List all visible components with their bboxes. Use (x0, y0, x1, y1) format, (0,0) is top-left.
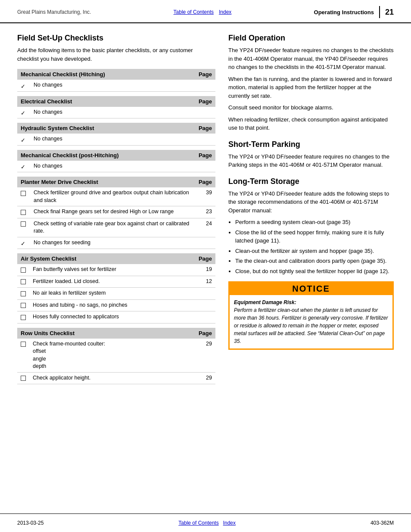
table-row: ✓ No changes for seeding (17, 237, 215, 249)
table-row: ✓ No changes (17, 80, 215, 91)
index-link-footer[interactable]: Index (223, 520, 236, 526)
row-page (194, 299, 215, 311)
short-term-body: The YP24 or YP40 DF/seeder feature requi… (228, 152, 394, 169)
checklist-hy-page-col: Page (194, 123, 215, 134)
checklist-mh-title: Mechanical Checklist (Hitching) (17, 69, 194, 80)
field-op-para-4: When reloading fertilizer, check consump… (228, 115, 394, 132)
table-row: Check frame-mounted coulter:offsetangled… (17, 339, 215, 373)
footer-date: 2013-03-25 (17, 520, 44, 526)
checkmark-icon: ✓ (21, 240, 27, 246)
checkbox-icon (21, 315, 26, 320)
left-column: Field Set-Up Checklists Add the followin… (17, 34, 215, 389)
page-wrapper: Great Plains Manufacturing, Inc. Table o… (0, 0, 411, 532)
checkbox-icon (21, 268, 26, 273)
checklist-as-title: Air System Checklist (17, 253, 194, 264)
checkbox-icon (21, 279, 26, 284)
checklist-mechanical-post: Mechanical Checklist (post-Hitching) Pag… (17, 150, 215, 173)
page-footer: 2013-03-25 Table of Contents Index 403-3… (0, 513, 411, 532)
row-text: No air leaks in fertilizer system (29, 288, 194, 300)
row-text: Hoses fully connected to applicators (29, 311, 194, 324)
checklist-mp-title: Mechanical Checklist (post-Hitching) (17, 150, 194, 161)
table-row: Fertilizer loaded. Lid closed. 12 (17, 276, 215, 288)
checklist-electrical: Electrical Checklist Page ✓ No changes (17, 96, 215, 119)
checklist-planter-meter: Planter Meter Drive Checklist Page Check… (17, 177, 215, 249)
notice-body-text: Perform a fertilizer clean-out when the … (234, 307, 388, 344)
checkbox-icon (21, 191, 26, 196)
field-op-body: The YP24 DF/seeder feature requires no c… (228, 46, 394, 132)
row-text: No changes for seeding (30, 237, 194, 249)
checklist-as-page-col: Page (194, 253, 215, 264)
vertical-divider (379, 6, 380, 18)
table-row: Check applicator height. 29 (17, 372, 215, 384)
row-text: No changes (30, 161, 194, 172)
check-cell (17, 218, 30, 237)
table-row: Check final Range gears set for desired … (17, 206, 215, 218)
row-page: 19 (194, 264, 215, 276)
list-item: Tie the clean-out and calibration doors … (235, 257, 394, 265)
checklist-mechanical-hitching: Mechanical Checklist (Hitching) Page ✓ N… (17, 69, 215, 92)
list-item: Perform a seeding system clean-out (page… (235, 218, 394, 227)
check-cell (17, 299, 29, 311)
notice-damage-label: Equipment Damage Risk: (234, 299, 296, 305)
list-item: Clean-out the fertilizer air system and … (235, 247, 394, 255)
check-cell: ✓ (17, 134, 30, 145)
long-term-title: Long-Term Storage (228, 177, 394, 186)
checkbox-icon (21, 376, 26, 381)
row-text: Check frame-mounted coulter:offsetangled… (29, 339, 194, 373)
notice-body: Equipment Damage Risk: Perform a fertili… (234, 299, 388, 345)
row-page (194, 134, 215, 145)
row-text: No changes (30, 107, 194, 118)
table-row: Check fertilizer ground drive and gearbo… (17, 187, 215, 206)
row-text: No changes (30, 80, 194, 91)
row-page (194, 161, 215, 172)
company-name: Great Plains Manufacturing, Inc. (17, 9, 91, 15)
checkbox-icon (21, 221, 26, 227)
check-cell: ✓ (17, 80, 30, 91)
notice-box: NOTICE Equipment Damage Risk: Perform a … (228, 281, 394, 350)
checkbox-icon (21, 342, 26, 347)
row-page (194, 311, 215, 324)
check-cell (17, 288, 29, 300)
header-nav: Table of Contents Index (174, 9, 232, 15)
checklist-hy-title: Hydraulic System Checklist (17, 123, 194, 134)
field-op-para-1: The YP24 DF/seeder feature requires no c… (228, 46, 394, 72)
checkmark-icon: ✓ (21, 137, 27, 143)
checkmark-icon: ✓ (21, 163, 27, 169)
check-cell: ✓ (17, 107, 30, 118)
checklist-ru-title: Row Units Checklist (17, 328, 194, 339)
index-link-header[interactable]: Index (219, 9, 231, 15)
row-page: 39 (194, 187, 215, 206)
toc-link-header[interactable]: Table of Contents (174, 9, 214, 15)
check-cell (17, 339, 29, 373)
table-row: Hoses fully connected to applicators (17, 311, 215, 324)
short-term-para: The YP24 or YP40 DF/seeder feature requi… (228, 152, 394, 169)
footer-links: Table of Contents Index (178, 520, 236, 526)
row-page (194, 80, 215, 91)
table-row: Check setting of variable rate gear box … (17, 218, 215, 237)
table-row: ✓ No changes (17, 161, 215, 172)
check-cell (17, 276, 29, 288)
page-content: Field Set-Up Checklists Add the followin… (0, 23, 411, 397)
checklist-el-page-col: Page (194, 96, 215, 107)
check-cell (17, 372, 29, 384)
check-cell (17, 311, 29, 324)
right-column: Field Operation The YP24 DF/seeder featu… (228, 34, 394, 389)
row-text: Check setting of variable rate gear box … (30, 218, 194, 237)
field-op-para-3: Consult seed monitor for blockage alarms… (228, 103, 394, 112)
left-section-subtitle: Add the following items to the basic pla… (17, 46, 215, 63)
field-op-para-2: When the fan is running, and the planter… (228, 75, 394, 100)
check-cell: ✓ (17, 237, 30, 249)
checklist-pm-title: Planter Meter Drive Checklist (17, 177, 194, 187)
checklist-air-system: Air System Checklist Page Fan butterfly … (17, 253, 215, 324)
table-row: ✓ No changes (17, 107, 215, 118)
toc-link-footer[interactable]: Table of Contents (178, 520, 218, 526)
row-page (194, 237, 215, 249)
checklist-mh-page-col: Page (194, 69, 215, 80)
page-header: Great Plains Manufacturing, Inc. Table o… (0, 0, 411, 23)
check-cell (17, 206, 30, 218)
notice-text: Equipment Damage Risk: Perform a fertili… (234, 299, 388, 345)
long-term-bullets: Perform a seeding system clean-out (page… (235, 218, 394, 275)
row-text: No changes (30, 134, 194, 145)
long-term-intro: The YP24 or YP40 DF/seeder feature adds … (228, 190, 394, 215)
left-section-title: Field Set-Up Checklists (17, 34, 215, 43)
